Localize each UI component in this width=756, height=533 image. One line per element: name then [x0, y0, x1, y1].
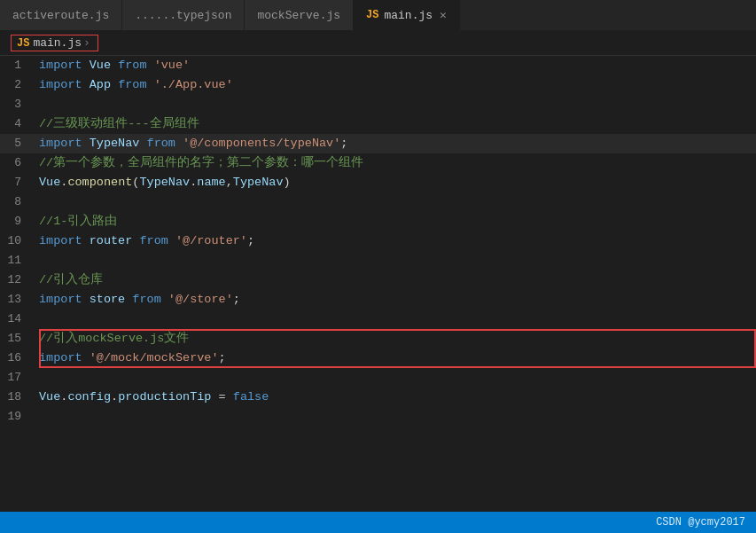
code-editor: 1import Vue from 'vue'2import App from '…	[0, 56, 756, 512]
line-number: 8	[0, 192, 35, 212]
line-number: 17	[0, 368, 35, 388]
code-line: 14	[0, 310, 756, 329]
line-content: import '@/mock/mockServe';	[35, 349, 756, 368]
tab-bar: activeroute.js ......typejson mockServe.…	[0, 0, 756, 31]
line-number: 5	[0, 134, 35, 153]
code-line: 15//引入mockServe.js文件	[0, 329, 756, 349]
line-content: //引入仓库	[35, 270, 756, 290]
line-number: 6	[0, 153, 35, 173]
code-line: 16import '@/mock/mockServe';	[0, 349, 756, 368]
tab-label: mockServe.js	[257, 9, 340, 22]
code-line: 7Vue.component(TypeNav.name,TypeNav)	[0, 173, 756, 192]
line-number: 11	[0, 251, 35, 270]
line-number: 15	[0, 329, 35, 349]
code-line: 13import store from '@/store';	[0, 290, 756, 310]
breadcrumb: JS main.js ›	[0, 31, 756, 56]
breadcrumb-separator: ›	[83, 36, 90, 50]
tab-close-icon[interactable]: ✕	[440, 8, 447, 22]
line-number: 3	[0, 95, 35, 114]
tab-mockserve[interactable]: mockServe.js	[245, 0, 354, 30]
line-number: 19	[0, 407, 35, 427]
line-content: import Vue from 'vue'	[35, 56, 756, 75]
code-line: 1import Vue from 'vue'	[0, 56, 756, 75]
line-number: 10	[0, 231, 35, 251]
line-number: 9	[0, 212, 35, 231]
tab-typejson[interactable]: ......typejson	[122, 0, 245, 30]
code-line: 18Vue.config.productionTip = false	[0, 388, 756, 407]
line-number: 4	[0, 114, 35, 134]
code-line: 3	[0, 95, 756, 114]
code-line: 12//引入仓库	[0, 270, 756, 290]
line-content: Vue.config.productionTip = false	[35, 388, 756, 407]
line-number: 14	[0, 310, 35, 329]
status-bar: CSDN @ycmy2017	[0, 512, 756, 533]
tab-label: main.js	[384, 9, 433, 22]
line-number: 18	[0, 388, 35, 407]
watermark: CSDN @ycmy2017	[656, 516, 745, 529]
code-line: 9//1-引入路由	[0, 212, 756, 231]
line-number: 2	[0, 75, 35, 95]
line-number: 13	[0, 290, 35, 310]
tab-label: ......typejson	[135, 9, 231, 22]
line-content: //三级联动组件---全局组件	[35, 114, 756, 134]
line-number: 1	[0, 56, 35, 75]
editor-container: activeroute.js ......typejson mockServe.…	[0, 0, 756, 512]
tab-mainjs[interactable]: JS main.js ✕	[354, 0, 460, 30]
code-line: 11	[0, 251, 756, 270]
breadcrumb-js-icon: JS	[17, 37, 29, 50]
line-content: import router from '@/router';	[35, 231, 756, 251]
breadcrumb-file-border: JS main.js ›	[11, 35, 98, 51]
line-content: //1-引入路由	[35, 212, 756, 231]
breadcrumb-filename: main.js	[33, 36, 82, 50]
line-number: 12	[0, 270, 35, 290]
tab-label: activeroute.js	[12, 9, 109, 22]
code-line: 5import TypeNav from '@/components/typeN…	[0, 134, 756, 153]
line-number: 16	[0, 349, 35, 368]
js-tab-icon: JS	[366, 9, 378, 21]
code-line: 17	[0, 368, 756, 388]
line-content: import store from '@/store';	[35, 290, 756, 310]
line-content: import App from './App.vue'	[35, 75, 756, 95]
line-number: 7	[0, 173, 35, 192]
code-line: 6//第一个参数，全局组件的名字；第二个参数：哪一个组件	[0, 153, 756, 173]
code-line: 19	[0, 407, 756, 427]
line-content: //第一个参数，全局组件的名字；第二个参数：哪一个组件	[35, 153, 756, 173]
line-content: import TypeNav from '@/components/typeNa…	[35, 134, 756, 153]
code-line: 10import router from '@/router';	[0, 231, 756, 251]
code-line: 2import App from './App.vue'	[0, 75, 756, 95]
code-line: 8	[0, 192, 756, 212]
line-content: //引入mockServe.js文件	[35, 329, 756, 349]
line-content: Vue.component(TypeNav.name,TypeNav)	[35, 173, 756, 192]
tab-activeroute[interactable]: activeroute.js	[0, 0, 122, 30]
code-line: 4//三级联动组件---全局组件	[0, 114, 756, 134]
